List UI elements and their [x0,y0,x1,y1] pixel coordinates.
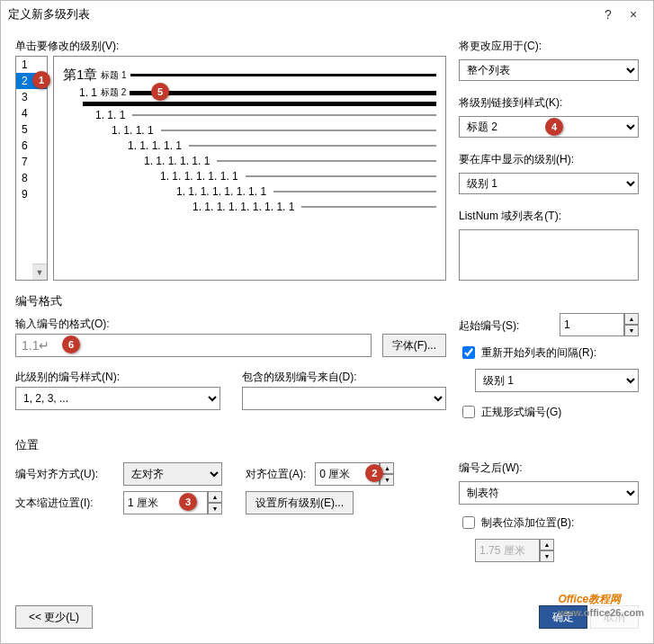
spin-up-icon[interactable]: ▲ [208,491,222,503]
follow-select[interactable]: 制表符 [459,481,639,505]
number-style-select[interactable]: 1, 2, 3, ... [15,387,220,410]
modify-level-label: 单击要修改的级别(V): [15,39,446,54]
font-button[interactable]: 字体(F)... [382,334,446,357]
callout-6: 6 [62,335,80,353]
dialog-title: 定义新多级列表 [8,6,596,22]
indent-label: 文本缩进位置(I): [15,496,114,511]
spin-up-icon: ▲ [540,539,554,550]
start-at-input[interactable] [560,313,624,336]
follow-label: 编号之后(W): [459,461,639,476]
preview-pane: 第1章标题 1 1. 1标题 2 5 1. 1. 1 1. 1. 1. 1 1.… [53,56,446,281]
level-item[interactable]: 7 [16,154,47,170]
legal-style-checkbox[interactable] [462,406,475,418]
level-item[interactable]: 8 [16,170,47,186]
callout-1: 1 [32,71,50,89]
legal-style-label: 正规形式编号(G) [481,405,561,420]
cancel-button[interactable]: 取消 [590,605,639,629]
number-style-label: 此级别的编号样式(N): [15,370,220,385]
spin-up-icon[interactable]: ▲ [624,313,639,325]
restart-level-select[interactable]: 级别 1 [475,369,639,392]
apply-to-select[interactable]: 整个列表 [459,59,639,81]
input-format-label: 输入编号的格式(O): [15,317,446,332]
level-item[interactable]: 3 [16,89,47,105]
gallery-level-select[interactable]: 级别 1 [459,173,639,194]
less-button[interactable]: << 更少(L) [15,605,93,629]
level-item[interactable]: 6 [16,138,47,154]
titlebar: 定义新多级列表 ? × [1,1,653,28]
level-item[interactable]: 9 [16,186,47,202]
include-from-select[interactable] [242,387,447,410]
align-select[interactable]: 左对齐 [123,462,222,486]
align-label: 编号对齐方式(U): [15,467,114,482]
level-item[interactable]: 2 1 [16,73,47,89]
gallery-level-label: 要在库中显示的级别(H): [459,152,639,167]
set-all-levels-button[interactable]: 设置所有级别(E)... [246,491,354,514]
callout-4: 4 [545,118,563,136]
dialog: 定义新多级列表 ? × 单击要修改的级别(V): 1 2 1 3 4 5 [0,0,654,644]
tabstop-label: 制表位添加位置(B): [481,515,574,531]
callout-5: 5 [151,83,169,101]
spin-down-icon[interactable]: ▼ [208,503,222,514]
listnum-input[interactable] [459,229,639,281]
tabstop-checkbox[interactable] [462,516,475,529]
chevron-down-icon[interactable]: ▼ [32,264,47,280]
restart-after-checkbox[interactable] [462,346,475,359]
link-style-label: 将级别链接到样式(K): [459,95,639,111]
position-section-label: 位置 [15,437,639,453]
level-item[interactable]: 4 [16,105,47,121]
ok-button[interactable]: 确定 [539,605,587,629]
spin-down-icon: ▼ [540,550,554,562]
restart-after-label: 重新开始列表的间隔(R): [481,345,596,361]
level-item[interactable]: 5 [16,121,47,138]
include-from-label: 包含的级别编号来自(D): [242,370,447,385]
help-button[interactable]: ? [596,7,621,22]
tabstop-input [475,539,540,562]
apply-to-label: 将更改应用于(C): [459,39,639,54]
format-section-label: 编号格式 [15,293,639,309]
listnum-label: ListNum 域列表名(T): [459,209,639,224]
close-button[interactable]: × [621,7,646,22]
level-list[interactable]: 1 2 1 3 4 5 6 7 8 9 ▼ [15,56,48,281]
aligned-at-label: 对齐位置(A): [246,467,306,482]
callout-3: 3 [179,493,197,511]
spin-down-icon[interactable]: ▼ [624,325,639,336]
start-at-label: 起始编号(S): [459,318,554,334]
